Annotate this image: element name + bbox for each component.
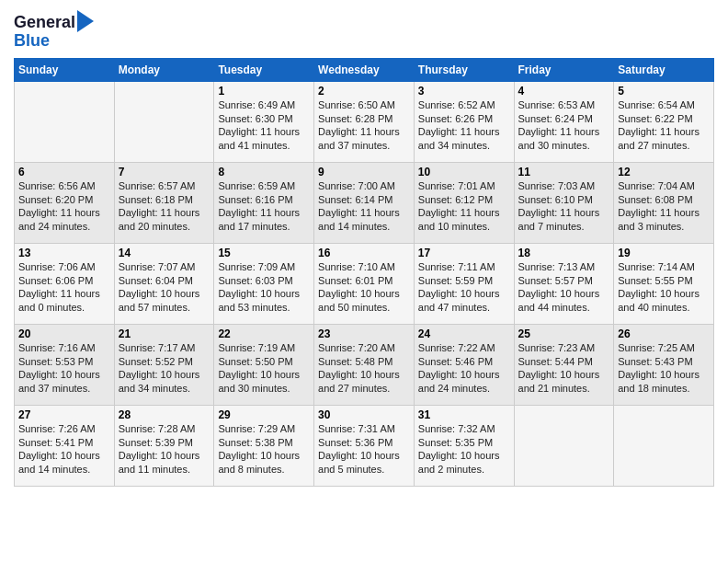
day-number: 14 (119, 247, 210, 259)
day-info: Sunrise: 6:49 AM Sunset: 6:30 PM Dayligh… (218, 98, 310, 153)
day-info: Sunrise: 7:09 AM Sunset: 6:03 PM Dayligh… (218, 260, 310, 315)
day-number: 21 (119, 327, 210, 340)
day-number: 3 (418, 85, 510, 98)
calendar-cell: 13Sunrise: 7:06 AM Sunset: 6:06 PM Dayli… (15, 243, 115, 324)
day-info: Sunrise: 7:16 AM Sunset: 5:53 PM Dayligh… (18, 341, 110, 396)
calendar-cell (15, 81, 115, 162)
column-header-wednesday: Wednesday (314, 58, 415, 81)
day-number: 17 (418, 247, 510, 259)
day-number: 5 (618, 85, 710, 98)
day-info: Sunrise: 7:17 AM Sunset: 5:52 PM Dayligh… (119, 341, 210, 396)
calendar-cell: 30Sunrise: 7:31 AM Sunset: 5:36 PM Dayli… (314, 405, 415, 486)
day-number: 1 (218, 85, 310, 98)
day-info: Sunrise: 7:29 AM Sunset: 5:38 PM Dayligh… (218, 422, 310, 477)
day-number: 26 (618, 327, 710, 340)
calendar-cell (614, 405, 714, 486)
calendar-cell: 31Sunrise: 7:32 AM Sunset: 5:35 PM Dayli… (414, 405, 514, 486)
calendar-cell: 3Sunrise: 6:52 AM Sunset: 6:26 PM Daylig… (414, 81, 514, 162)
calendar-cell: 20Sunrise: 7:16 AM Sunset: 5:53 PM Dayli… (15, 324, 115, 405)
calendar-cell: 15Sunrise: 7:09 AM Sunset: 6:03 PM Dayli… (214, 243, 314, 324)
logo: General Blue (14, 14, 94, 51)
day-info: Sunrise: 7:32 AM Sunset: 5:35 PM Dayligh… (418, 422, 510, 477)
calendar-cell: 28Sunrise: 7:28 AM Sunset: 5:39 PM Dayli… (114, 405, 214, 486)
day-number: 24 (418, 327, 510, 340)
calendar-cell: 7Sunrise: 6:57 AM Sunset: 6:18 PM Daylig… (114, 162, 214, 243)
day-number: 11 (518, 166, 610, 178)
page-header: General Blue (14, 9, 714, 51)
day-info: Sunrise: 6:56 AM Sunset: 6:20 PM Dayligh… (18, 179, 110, 234)
day-number: 10 (418, 166, 510, 178)
calendar-cell: 9Sunrise: 7:00 AM Sunset: 6:14 PM Daylig… (314, 162, 415, 243)
day-number: 28 (119, 408, 210, 421)
calendar-week-4: 20Sunrise: 7:16 AM Sunset: 5:53 PM Dayli… (15, 324, 714, 405)
day-info: Sunrise: 6:50 AM Sunset: 6:28 PM Dayligh… (318, 98, 410, 153)
calendar-body: 1Sunrise: 6:49 AM Sunset: 6:30 PM Daylig… (15, 81, 714, 486)
calendar-week-3: 13Sunrise: 7:06 AM Sunset: 6:06 PM Dayli… (15, 243, 714, 324)
day-info: Sunrise: 7:26 AM Sunset: 5:41 PM Dayligh… (18, 422, 110, 477)
day-number: 19 (618, 247, 710, 259)
day-number: 13 (18, 247, 110, 259)
calendar-cell: 29Sunrise: 7:29 AM Sunset: 5:38 PM Dayli… (214, 405, 314, 486)
day-info: Sunrise: 6:54 AM Sunset: 6:22 PM Dayligh… (618, 98, 710, 153)
day-number: 12 (618, 166, 710, 178)
calendar-week-2: 6Sunrise: 6:56 AM Sunset: 6:20 PM Daylig… (15, 162, 714, 243)
day-info: Sunrise: 6:53 AM Sunset: 6:24 PM Dayligh… (518, 98, 610, 153)
day-number: 27 (18, 408, 110, 421)
day-number: 6 (18, 166, 110, 178)
day-info: Sunrise: 7:31 AM Sunset: 5:36 PM Dayligh… (318, 422, 410, 477)
calendar-cell: 12Sunrise: 7:04 AM Sunset: 6:08 PM Dayli… (614, 162, 714, 243)
calendar-cell: 21Sunrise: 7:17 AM Sunset: 5:52 PM Dayli… (114, 324, 214, 405)
day-info: Sunrise: 7:03 AM Sunset: 6:10 PM Dayligh… (518, 179, 610, 234)
calendar-cell: 2Sunrise: 6:50 AM Sunset: 6:28 PM Daylig… (314, 81, 415, 162)
day-number: 9 (318, 166, 410, 178)
day-info: Sunrise: 6:59 AM Sunset: 6:16 PM Dayligh… (218, 179, 310, 234)
day-info: Sunrise: 7:23 AM Sunset: 5:44 PM Dayligh… (518, 341, 610, 396)
calendar-cell: 6Sunrise: 6:56 AM Sunset: 6:20 PM Daylig… (15, 162, 115, 243)
day-number: 22 (218, 327, 310, 340)
day-number: 23 (318, 327, 410, 340)
day-info: Sunrise: 7:14 AM Sunset: 5:55 PM Dayligh… (618, 260, 710, 315)
day-info: Sunrise: 6:52 AM Sunset: 6:26 PM Dayligh… (418, 98, 510, 153)
calendar-cell (514, 405, 614, 486)
calendar-cell: 11Sunrise: 7:03 AM Sunset: 6:10 PM Dayli… (514, 162, 614, 243)
calendar-cell (114, 81, 214, 162)
calendar-cell: 26Sunrise: 7:25 AM Sunset: 5:43 PM Dayli… (614, 324, 714, 405)
day-info: Sunrise: 7:00 AM Sunset: 6:14 PM Dayligh… (318, 179, 410, 234)
calendar-cell: 17Sunrise: 7:11 AM Sunset: 5:59 PM Dayli… (414, 243, 514, 324)
calendar-cell: 23Sunrise: 7:20 AM Sunset: 5:48 PM Dayli… (314, 324, 415, 405)
day-number: 2 (318, 85, 410, 98)
column-header-tuesday: Tuesday (214, 58, 314, 81)
day-number: 16 (318, 247, 410, 259)
calendar-cell: 5Sunrise: 6:54 AM Sunset: 6:22 PM Daylig… (614, 81, 714, 162)
calendar-cell: 8Sunrise: 6:59 AM Sunset: 6:16 PM Daylig… (214, 162, 314, 243)
column-header-sunday: Sunday (15, 58, 115, 81)
column-header-friday: Friday (514, 58, 614, 81)
day-info: Sunrise: 7:19 AM Sunset: 5:50 PM Dayligh… (218, 341, 310, 396)
calendar-cell: 16Sunrise: 7:10 AM Sunset: 6:01 PM Dayli… (314, 243, 415, 324)
day-info: Sunrise: 7:20 AM Sunset: 5:48 PM Dayligh… (318, 341, 410, 396)
calendar-cell: 19Sunrise: 7:14 AM Sunset: 5:55 PM Dayli… (614, 243, 714, 324)
calendar-cell: 18Sunrise: 7:13 AM Sunset: 5:57 PM Dayli… (514, 243, 614, 324)
day-info: Sunrise: 7:07 AM Sunset: 6:04 PM Dayligh… (119, 260, 210, 315)
logo-text-general: General (14, 14, 75, 32)
day-number: 20 (18, 327, 110, 340)
logo-text-blue: Blue (14, 32, 50, 51)
day-info: Sunrise: 7:06 AM Sunset: 6:06 PM Dayligh… (18, 260, 110, 315)
day-number: 30 (318, 408, 410, 421)
day-info: Sunrise: 7:04 AM Sunset: 6:08 PM Dayligh… (618, 179, 710, 234)
day-info: Sunrise: 6:57 AM Sunset: 6:18 PM Dayligh… (119, 179, 210, 234)
day-number: 25 (518, 327, 610, 340)
calendar-cell: 24Sunrise: 7:22 AM Sunset: 5:46 PM Dayli… (414, 324, 514, 405)
day-number: 15 (218, 247, 310, 259)
calendar-header-row: SundayMondayTuesdayWednesdayThursdayFrid… (15, 58, 714, 81)
day-info: Sunrise: 7:25 AM Sunset: 5:43 PM Dayligh… (618, 341, 710, 396)
calendar-cell: 27Sunrise: 7:26 AM Sunset: 5:41 PM Dayli… (15, 405, 115, 486)
calendar-week-5: 27Sunrise: 7:26 AM Sunset: 5:41 PM Dayli… (15, 405, 714, 486)
day-number: 4 (518, 85, 610, 98)
day-info: Sunrise: 7:13 AM Sunset: 5:57 PM Dayligh… (518, 260, 610, 315)
calendar-cell: 25Sunrise: 7:23 AM Sunset: 5:44 PM Dayli… (514, 324, 614, 405)
day-info: Sunrise: 7:10 AM Sunset: 6:01 PM Dayligh… (318, 260, 410, 315)
column-header-thursday: Thursday (414, 58, 514, 81)
column-header-saturday: Saturday (614, 58, 714, 81)
logo-arrow-icon (77, 10, 94, 32)
